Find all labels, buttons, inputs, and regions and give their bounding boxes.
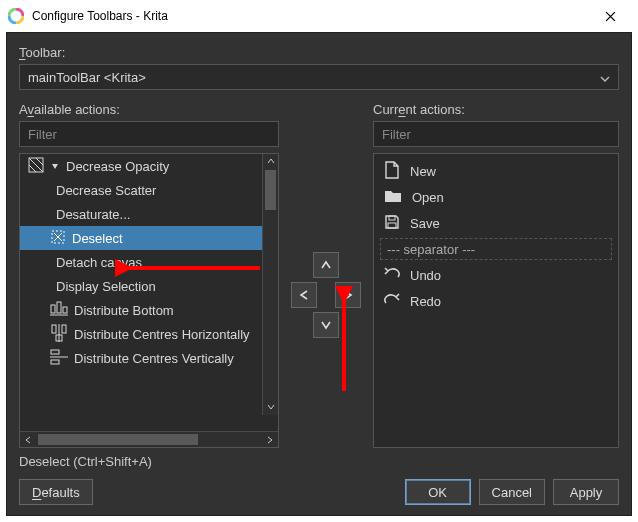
move-right-button[interactable] <box>335 282 361 308</box>
scroll-down-icon[interactable] <box>263 399 278 415</box>
item-label: Redo <box>410 294 441 309</box>
dialog-panel: Toolbar: mainToolBar <Krita> Available a… <box>6 32 632 516</box>
krita-icon <box>8 8 24 24</box>
move-buttons <box>291 102 361 448</box>
separator-label: --- separator --- <box>387 242 475 257</box>
item-label: Open <box>412 190 444 205</box>
window-title: Configure Toolbars - Krita <box>32 9 590 23</box>
svg-rect-8 <box>62 325 66 333</box>
chevron-down-icon <box>600 70 610 85</box>
available-hscrollbar[interactable] <box>20 431 278 447</box>
svg-rect-3 <box>51 305 55 313</box>
defaults-button[interactable]: Defaults <box>19 479 93 505</box>
available-item[interactable]: Desaturate... <box>20 202 262 226</box>
item-label: Undo <box>410 268 441 283</box>
item-label: New <box>410 164 436 179</box>
available-label: Available actions: <box>19 102 279 117</box>
scroll-thumb[interactable] <box>38 434 198 445</box>
dialog-button-row: Defaults OK Cancel Apply <box>19 479 619 505</box>
item-label: Desaturate... <box>56 207 130 222</box>
scroll-left-icon[interactable] <box>20 432 36 447</box>
available-item[interactable]: Decrease Opacity <box>20 154 262 178</box>
expand-icon <box>50 159 60 174</box>
available-filter-input[interactable] <box>28 127 270 142</box>
current-filter-input[interactable] <box>382 127 610 142</box>
move-down-button[interactable] <box>313 312 339 338</box>
item-label: Display Selection <box>56 279 156 294</box>
distribute-centers-v-icon <box>50 348 68 369</box>
available-filter[interactable] <box>19 121 279 147</box>
item-label: Distribute Centres Horizontally <box>74 327 250 342</box>
available-item[interactable]: Display Selection <box>20 274 262 298</box>
scroll-thumb[interactable] <box>265 170 276 210</box>
available-item[interactable]: Detach canvas <box>20 250 262 274</box>
current-item[interactable]: Save <box>374 210 618 236</box>
current-list[interactable]: NewOpenSave--- separator ---UndoRedo <box>373 153 619 448</box>
save-icon <box>384 214 400 233</box>
available-vscrollbar[interactable] <box>262 154 278 415</box>
svg-rect-12 <box>51 360 59 364</box>
deselect-icon <box>50 229 66 248</box>
item-label: Distribute Centres Vertically <box>74 351 234 366</box>
item-label: Detach canvas <box>56 255 142 270</box>
available-column: Available actions: Decrease OpacityDecre… <box>19 102 279 448</box>
titlebar: Configure Toolbars - Krita <box>0 0 638 32</box>
current-item[interactable]: --- separator --- <box>380 238 612 260</box>
svg-rect-15 <box>388 223 396 228</box>
cancel-button[interactable]: Cancel <box>479 479 545 505</box>
item-label: Save <box>410 216 440 231</box>
opacity-icon <box>28 157 44 176</box>
current-column: Current actions: NewOpenSave--- separato… <box>373 102 619 448</box>
current-filter[interactable] <box>373 121 619 147</box>
svg-rect-5 <box>63 307 67 313</box>
window-close-button[interactable] <box>590 0 630 32</box>
current-item[interactable]: Undo <box>374 262 618 288</box>
available-item[interactable]: Distribute Bottom <box>20 298 262 322</box>
move-up-button[interactable] <box>313 252 339 278</box>
available-item[interactable]: Decrease Scatter <box>20 178 262 202</box>
distribute-centers-h-icon <box>50 324 68 345</box>
current-label: Current actions: <box>373 102 619 117</box>
redo-icon <box>384 293 400 310</box>
available-item[interactable]: Distribute Centres Vertically <box>20 346 262 370</box>
svg-rect-7 <box>52 325 56 333</box>
available-list[interactable]: Decrease OpacityDecrease ScatterDesatura… <box>19 153 279 448</box>
toolbar-selected: mainToolBar <Krita> <box>28 70 146 85</box>
undo-icon <box>384 267 400 284</box>
folder-open-icon <box>384 188 402 207</box>
available-item[interactable]: Distribute Centres Horizontally <box>20 322 262 346</box>
svg-rect-11 <box>51 350 59 354</box>
svg-rect-4 <box>57 302 61 313</box>
scroll-right-icon[interactable] <box>262 432 278 447</box>
file-new-icon <box>384 161 400 182</box>
apply-button[interactable]: Apply <box>553 479 619 505</box>
toolbar-label: Toolbar: <box>19 45 619 60</box>
toolbar-combobox[interactable]: mainToolBar <Krita> <box>19 64 619 90</box>
scroll-up-icon[interactable] <box>263 154 278 169</box>
current-item[interactable]: Redo <box>374 288 618 314</box>
item-label: Distribute Bottom <box>74 303 174 318</box>
status-text: Deselect (Ctrl+Shift+A) <box>19 454 619 469</box>
current-item[interactable]: New <box>374 158 618 184</box>
available-item[interactable]: Deselect <box>20 226 262 250</box>
move-left-button[interactable] <box>291 282 317 308</box>
ok-button[interactable]: OK <box>405 479 471 505</box>
item-label: Deselect <box>72 231 123 246</box>
distribute-bottom-icon <box>50 300 68 321</box>
item-label: Decrease Opacity <box>66 159 169 174</box>
item-label: Decrease Scatter <box>56 183 156 198</box>
current-item[interactable]: Open <box>374 184 618 210</box>
